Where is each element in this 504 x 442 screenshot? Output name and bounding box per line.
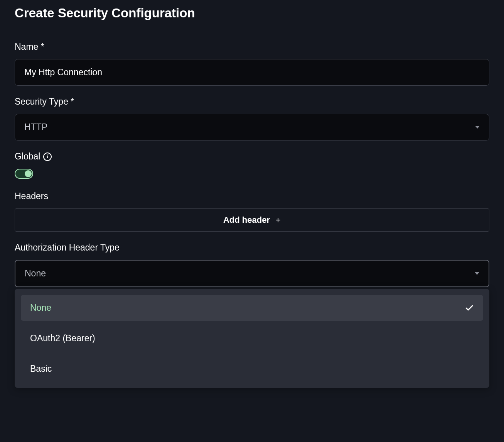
security-type-label: Security Type * bbox=[15, 97, 489, 107]
dropdown-option-label: OAuth2 (Bearer) bbox=[30, 333, 95, 344]
auth-header-type-value: None bbox=[25, 268, 46, 279]
global-field-group: Global i bbox=[15, 151, 489, 179]
chevron-down-icon bbox=[475, 272, 479, 275]
security-type-field-group: Security Type * HTTP bbox=[15, 97, 489, 141]
auth-header-type-select[interactable]: None bbox=[15, 260, 489, 287]
dropdown-option-oauth2[interactable]: OAuth2 (Bearer) bbox=[21, 325, 483, 351]
plus-icon: + bbox=[275, 215, 281, 225]
auth-header-dropdown-menu: None OAuth2 (Bearer) Basic bbox=[15, 289, 489, 388]
toggle-knob bbox=[25, 170, 32, 177]
check-icon bbox=[465, 303, 474, 313]
dropdown-option-label: None bbox=[30, 303, 51, 313]
chevron-down-icon bbox=[475, 126, 480, 129]
security-type-select[interactable]: HTTP bbox=[15, 114, 489, 141]
dropdown-option-none[interactable]: None bbox=[21, 295, 483, 321]
page-title: Create Security Configuration bbox=[15, 6, 489, 20]
name-label: Name * bbox=[15, 42, 489, 52]
add-header-label: Add header bbox=[223, 215, 270, 225]
security-type-value: HTTP bbox=[24, 122, 47, 132]
auth-header-type-field-group: Authorization Header Type None None OAut… bbox=[15, 242, 489, 388]
dropdown-option-basic[interactable]: Basic bbox=[21, 356, 483, 382]
global-toggle[interactable] bbox=[15, 169, 33, 179]
headers-field-group: Headers Add header + bbox=[15, 191, 489, 232]
dropdown-option-label: Basic bbox=[30, 364, 52, 374]
global-label-text: Global bbox=[15, 151, 40, 162]
auth-header-type-label: Authorization Header Type bbox=[15, 242, 489, 253]
name-field-group: Name * bbox=[15, 42, 489, 86]
add-header-button[interactable]: Add header + bbox=[15, 208, 489, 232]
headers-label: Headers bbox=[15, 191, 489, 202]
name-input[interactable] bbox=[15, 59, 489, 86]
info-icon[interactable]: i bbox=[43, 152, 52, 161]
global-label: Global i bbox=[15, 151, 489, 162]
